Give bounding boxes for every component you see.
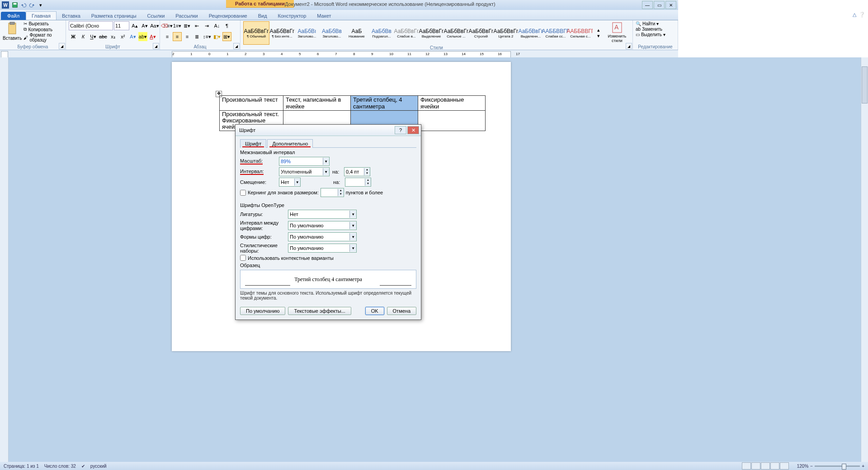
- kerning-spinner[interactable]: ▲▼: [321, 188, 344, 197]
- style-item[interactable]: АаБНазвание: [344, 21, 369, 45]
- style-item[interactable]: АаБбВвГгСлабое в...: [394, 21, 419, 45]
- kerning-checkbox[interactable]: [240, 190, 246, 196]
- shading-icon[interactable]: ◧▾: [212, 32, 222, 41]
- styles-launcher[interactable]: ◢: [626, 43, 632, 49]
- tab-pagelayout[interactable]: Разметка страницы: [86, 12, 142, 20]
- spin-down-icon[interactable]: ▼: [338, 193, 344, 196]
- tab-home[interactable]: Главная: [26, 11, 57, 20]
- chevron-down-icon[interactable]: ▼: [349, 244, 356, 252]
- style-item[interactable]: АаБбВıЗаголово...: [295, 21, 319, 45]
- table-cell[interactable]: Произвольный текст: [220, 96, 283, 111]
- replace-button[interactable]: abЗаменить: [636, 27, 665, 32]
- cancel-button[interactable]: Отмена: [387, 307, 416, 315]
- format-painter-button[interactable]: 🖌Формат по образцу: [24, 33, 63, 42]
- tab-review[interactable]: Рецензирование: [203, 12, 253, 20]
- bold-icon[interactable]: Ж: [69, 32, 78, 41]
- minimize-button[interactable]: —: [642, 1, 653, 9]
- position-combo[interactable]: ▼: [279, 178, 301, 187]
- style-item[interactable]: АаБбВвГгСтрогий: [469, 21, 493, 45]
- highlight-icon[interactable]: ab▾: [138, 32, 147, 41]
- spacing-input[interactable]: [279, 168, 323, 175]
- font-launcher[interactable]: ◢: [153, 43, 159, 49]
- spin-up-icon[interactable]: ▲: [365, 179, 371, 182]
- save-icon[interactable]: [11, 1, 19, 9]
- style-item[interactable]: АаБбВвГг¶ Обычный: [243, 21, 269, 45]
- spacing-by-spinner[interactable]: ▲▼: [344, 167, 370, 176]
- sort-icon[interactable]: A↓: [212, 21, 222, 30]
- dialog-titlebar[interactable]: Шрифт ? ✕: [236, 125, 421, 136]
- position-by-input[interactable]: [345, 179, 365, 186]
- kerning-input[interactable]: [321, 189, 338, 196]
- chevron-down-icon[interactable]: ▼: [323, 168, 329, 175]
- stylistic-combo[interactable]: ▼: [288, 244, 357, 253]
- close-button[interactable]: ✕: [665, 1, 676, 9]
- table-tools-tab[interactable]: Работа с таблицами: [226, 0, 294, 8]
- ligatures-combo[interactable]: ▼: [288, 210, 357, 219]
- style-item[interactable]: АаБбВвГгВыделенн...: [519, 21, 543, 45]
- change-case-icon[interactable]: Aa▾: [150, 21, 159, 30]
- subscript-icon[interactable]: x₂: [108, 32, 118, 41]
- style-item[interactable]: ААББВВГГСлабая сс...: [543, 21, 568, 45]
- vertical-ruler[interactable]: [0, 57, 9, 366]
- line-spacing-icon[interactable]: ↕≡▾: [203, 32, 212, 41]
- numspacing-combo[interactable]: ▼: [288, 221, 357, 230]
- text-effects-button[interactable]: Текстовые эффекты...: [288, 307, 351, 315]
- styles-gallery[interactable]: АаБбВвГг¶ ОбычныйАаБбВвГг¶ Без инте...Аа…: [243, 21, 593, 45]
- style-item[interactable]: АаБбВвГгСильное ...: [444, 21, 468, 45]
- undo-icon[interactable]: [20, 1, 27, 9]
- default-button[interactable]: По умолчанию: [240, 307, 285, 315]
- font-size-input[interactable]: [114, 21, 129, 30]
- table-cell[interactable]: [418, 111, 486, 131]
- chevron-down-icon[interactable]: ▼: [323, 158, 329, 165]
- italic-icon[interactable]: К: [79, 32, 88, 41]
- scale-combo[interactable]: ▼: [279, 157, 330, 166]
- indent-right-icon[interactable]: ⇥: [203, 21, 212, 30]
- spacing-by-input[interactable]: [344, 168, 364, 175]
- style-item[interactable]: ААББВВГГСильная с...: [568, 21, 593, 45]
- contextual-checkbox[interactable]: [240, 255, 246, 261]
- tab-layout[interactable]: Макет: [311, 12, 336, 20]
- chevron-down-icon[interactable]: ▼: [349, 233, 356, 240]
- chevron-down-icon[interactable]: ▼: [349, 222, 356, 229]
- style-item[interactable]: АаБбВвГгЦитата 2: [494, 21, 518, 45]
- tab-file[interactable]: Файл: [1, 12, 26, 20]
- dialog-close-button[interactable]: ✕: [407, 126, 419, 134]
- strike-icon[interactable]: abc: [99, 32, 108, 41]
- tab-mailings[interactable]: Рассылки: [170, 12, 203, 20]
- dialog-tab-font[interactable]: Шрифт: [240, 139, 266, 148]
- maximize-button[interactable]: ▭: [654, 1, 665, 9]
- font-name-input[interactable]: [69, 21, 113, 30]
- tab-design[interactable]: Конструктор: [273, 12, 312, 20]
- borders-icon[interactable]: ⊞▾: [222, 32, 231, 41]
- spin-down-icon[interactable]: ▼: [365, 182, 371, 186]
- show-marks-icon[interactable]: ¶: [222, 21, 231, 30]
- dialog-tab-advanced[interactable]: Дополнительно: [267, 139, 313, 148]
- tab-references[interactable]: Ссылки: [142, 12, 170, 20]
- superscript-icon[interactable]: x²: [118, 32, 127, 41]
- bullets-icon[interactable]: ⋮≡▾: [163, 21, 172, 30]
- tab-insert[interactable]: Вставка: [57, 12, 86, 20]
- grow-font-icon[interactable]: A▴: [130, 21, 139, 30]
- find-button[interactable]: 🔍Найти▾: [636, 21, 665, 26]
- redo-icon[interactable]: [28, 1, 36, 9]
- paste-button[interactable]: Вставить: [3, 21, 22, 41]
- align-left-icon[interactable]: ≡: [163, 32, 172, 41]
- align-right-icon[interactable]: ≡: [183, 32, 192, 41]
- shrink-font-icon[interactable]: A▾: [140, 21, 149, 30]
- table-cell[interactable]: Текст, написанный в ячейке: [283, 96, 351, 111]
- table-row[interactable]: Произвольный текст Текст, написанный в я…: [220, 96, 486, 111]
- scale-input[interactable]: [279, 158, 323, 165]
- position-by-spinner[interactable]: ▲▼: [345, 178, 371, 187]
- numforms-combo[interactable]: ▼: [288, 232, 357, 241]
- justify-icon[interactable]: ≣: [193, 32, 202, 41]
- spin-up-icon[interactable]: ▲: [364, 168, 370, 172]
- multilevel-icon[interactable]: ≣▾: [183, 21, 192, 30]
- spin-up-icon[interactable]: ▲: [338, 189, 344, 193]
- text-effects-icon[interactable]: A▾: [128, 32, 137, 41]
- chevron-down-icon[interactable]: ▼: [349, 211, 356, 218]
- align-center-icon[interactable]: ≡: [173, 32, 182, 41]
- spin-down-icon[interactable]: ▼: [364, 172, 370, 175]
- dialog-help-button[interactable]: ?: [395, 126, 406, 134]
- chevron-down-icon[interactable]: ▼: [294, 179, 300, 186]
- indent-left-icon[interactable]: ⇤: [193, 21, 202, 30]
